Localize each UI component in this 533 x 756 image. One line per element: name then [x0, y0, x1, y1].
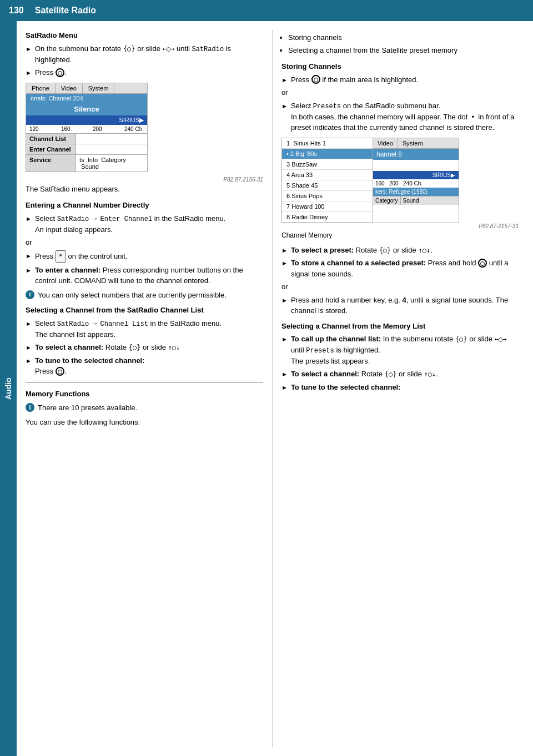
ch-select-label: To select a preset: — [291, 246, 354, 254]
ch-tab-video: Video — [373, 138, 398, 148]
menu-row-channel-list-label: Channel List — [26, 134, 76, 144]
menu-sirius-label: SIRIUS▶ — [26, 115, 147, 125]
chlist-step3-text: To tune to the selected channel: Press . — [35, 355, 263, 377]
ch-store: ► To store a channel to a selected prese… — [281, 258, 519, 279]
ch-row-6: 6 Sirius Pops — [282, 191, 373, 201]
ch-tab-system: System — [398, 138, 428, 148]
mem-list-step2-text: To select a channel: Rotate {○} or slide… — [291, 369, 519, 380]
channel-list-panel: 1 Sirius Hits 1 • 2 Big '80s 3 BuzzSaw 4… — [282, 138, 373, 223]
arrow-icon-5: ► — [26, 266, 32, 286]
ch-store2: ► Press and hold a number key, e.g. 4, u… — [281, 295, 519, 316]
ch-right-scale: 160 200 240 Ch. — [373, 179, 459, 188]
ch-store-text: To store a channel to a selected preset:… — [291, 258, 519, 279]
arrow-icon-4: ► — [26, 251, 32, 263]
ch-store-label: To store a channel to a selected preset: — [291, 259, 426, 267]
satradio-step1-text: On the submenu bar rotate {○} or slide ←… — [35, 43, 263, 65]
menu-row-service-content: ts Info Category Sound — [76, 155, 147, 172]
chlist-code1: SatRadio — [57, 320, 89, 328]
memory-heading: Memory Functions — [26, 389, 263, 400]
chlist-code2: Channel List — [100, 320, 148, 328]
channel-memory-caption: Channel Memory — [281, 230, 519, 240]
enter-step3-text: To enter a channel: Press corresponding … — [35, 265, 263, 286]
knob-slide-icon-4: ←○→ — [495, 334, 507, 344]
bullet-item-selecting: Selecting a channel from the Satellite p… — [288, 45, 519, 56]
ch-row-3: 3 BuzzSaw — [282, 159, 373, 170]
or-2: or — [281, 87, 519, 98]
chlist-step2-label: To select a channel: — [35, 343, 103, 351]
ch-row-5: 5 Shade 45 — [282, 180, 373, 191]
mem-list-step2-label: To select a channel: — [291, 370, 359, 378]
page-header: 130 Satellite Radio — [0, 0, 533, 21]
ch-right-sirius: SIRIUS▶ — [373, 171, 459, 179]
storing-heading: Storing Channels — [281, 61, 519, 72]
arrow-icon-1: ► — [26, 44, 32, 65]
chlist-step1: ► Select SatRadio → Channel List in the … — [26, 318, 263, 340]
menu-row-channel-list: Channel List — [26, 133, 147, 144]
enter-step2: ► Press * on the control unit. — [26, 250, 263, 263]
channel-list-heading: Selecting a Channel from the SatRadio Ch… — [26, 305, 263, 316]
ch-right-top: Video System — [373, 138, 459, 149]
press-button-icon-4 — [478, 259, 487, 268]
ch-right-footer: Category Sound — [373, 196, 459, 205]
side-tab: Audio — [0, 21, 17, 756]
mem-list-step3-label: To tune to the selected channel: — [291, 383, 401, 391]
storing-step2-text: Select Presets on the SatRadio submenu b… — [291, 100, 519, 133]
satradio-step2: ► Press . — [26, 67, 263, 78]
ch-right-panel: Video System hannel 8 SIRIUS▶ 160 200 24… — [373, 138, 459, 223]
bullet-list: Storing channels Selecting a channel fro… — [288, 32, 519, 56]
knob-slide-icon-3: ↑○↓ — [418, 245, 430, 255]
menu-row-enter-channel-label: Enter Channel — [26, 144, 76, 154]
knob-icon-2: {○} — [129, 342, 141, 352]
enter-step3: ► To enter a channel: Press correspondin… — [26, 265, 263, 286]
mem-list-step3-text: To tune to the selected channel: — [291, 382, 519, 393]
menu-main-label: Silence — [26, 103, 147, 115]
or-1: or — [26, 237, 263, 248]
screenshot-ref-1: P82.87-2156-31 — [26, 177, 263, 183]
knob-slide-icon-5: ↑○↓ — [424, 369, 436, 379]
chlist-step1-text: Select SatRadio → Channel List in the Sa… — [35, 318, 263, 340]
arrow-icon-16: ► — [281, 383, 288, 393]
ch-row-1: 1 Sirius Hits 1 — [282, 138, 373, 149]
storing-step1-text: Press if the main area is highlighted. — [291, 74, 519, 85]
entering-heading: Entering a Channel Number Directly — [26, 200, 263, 211]
info-icon-1: i — [26, 290, 34, 299]
arrow-icon-7: ► — [26, 343, 32, 353]
menu-top-bar: Phone Video System — [26, 83, 147, 94]
presets-code: Presets — [313, 103, 341, 110]
memory-info-box: i There are 10 presets available. — [26, 402, 263, 414]
menu-row-enter-channel: Enter Channel — [26, 144, 147, 154]
info-icon-2: i — [26, 403, 34, 412]
ch-store2-num: 4 — [403, 296, 406, 304]
enter-code2: Enter Channel — [100, 215, 152, 223]
arrow-icon-12: ► — [281, 259, 288, 279]
right-column: Storing channels Selecting a channel fro… — [272, 30, 527, 747]
menu-screenshot-container: Phone Video System nnels: Channel 204 Si… — [26, 83, 263, 183]
knob-rotate-icon: {○} — [123, 44, 135, 54]
enter-step3-label: To enter a channel: — [35, 266, 100, 274]
page-number: 130 — [9, 6, 24, 16]
menu-tab-phone: Phone — [26, 83, 56, 93]
storing-step1: ► Press if the main area is highlighted. — [281, 74, 519, 85]
mem-list-step1-text: To call up the channel list: In the subm… — [291, 334, 519, 366]
bullet-item-storing: Storing channels — [288, 32, 519, 43]
menu-channel-label: nnels: Channel 204 — [26, 94, 147, 103]
ch-select: ► To select a preset: Rotate {○} or slid… — [281, 245, 519, 256]
side-tab-label: Audio — [4, 377, 13, 400]
knob-icon-3: {○} — [379, 245, 391, 255]
chlist-step2-text: To select a channel: Rotate {○} or slide… — [35, 342, 263, 353]
press-button-icon-3 — [311, 75, 320, 84]
menu-row-service-label: Service — [26, 155, 76, 172]
menu-row-channel-list-content — [76, 134, 147, 144]
menu-scale: 120160200240 Ch. — [26, 125, 147, 133]
left-column: SatRadio Menu ► On the submenu bar rotat… — [17, 30, 272, 747]
ch-footer-sound: Sound — [401, 196, 421, 205]
menu-screenshot: Phone Video System nnels: Channel 204 Si… — [26, 83, 148, 172]
ch-row-8: 8 Radio Disney — [282, 212, 373, 223]
mem-list-heading: Selecting a Channel from the Memory List — [281, 321, 519, 332]
storing-step2: ► Select Presets on the SatRadio submenu… — [281, 100, 519, 133]
arrow-icon-2: ► — [26, 68, 32, 78]
menu-tab-video: Video — [56, 83, 83, 93]
ch-right-blank — [373, 160, 459, 171]
screenshot-ref-2: P82.87-2157-31 — [281, 223, 519, 229]
memory-functions-intro: You can use the following functions: — [26, 417, 263, 428]
